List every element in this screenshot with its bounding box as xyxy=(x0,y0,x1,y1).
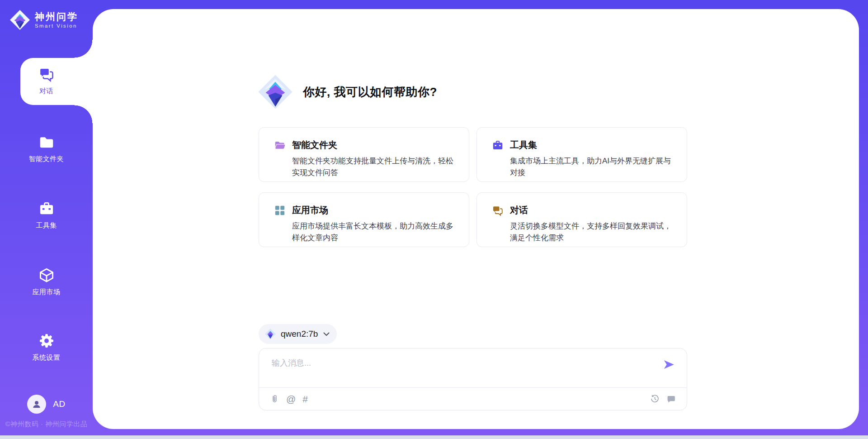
brand-diamond-icon xyxy=(257,73,294,110)
model-selector[interactable]: qwen2:7b xyxy=(259,324,337,344)
greeting-title: 你好, 我可以如何帮助你? xyxy=(303,84,437,100)
sidebar: 神州问学 Smart Vision 对话 智能文件夹 工具集 应用市场 xyxy=(0,0,93,439)
sidebar-item-label: 智能文件夹 xyxy=(29,155,64,163)
sidebar-footer-text: ©神州数码 · 神州问学出品 xyxy=(0,420,93,429)
sidebar-item-app-market[interactable]: 应用市场 xyxy=(0,267,93,296)
sidebar-item-label: 工具集 xyxy=(36,221,57,230)
chat-icon xyxy=(492,205,504,216)
folder-icon xyxy=(38,134,55,150)
sidebar-item-label: 系统设置 xyxy=(33,353,61,362)
sidebar-item-chat[interactable]: 对话 xyxy=(0,66,93,95)
chevron-down-icon xyxy=(323,332,330,336)
history-button[interactable] xyxy=(650,394,660,404)
attach-file-button[interactable] xyxy=(270,394,279,404)
card-chat[interactable]: 对话 灵活切换多模型文件，支持多样回复效果调试，满足个性化需求 xyxy=(476,192,687,247)
sidebar-item-label: 对话 xyxy=(39,87,53,95)
send-button[interactable] xyxy=(663,358,675,371)
card-app-market[interactable]: 应用市场 应用市场提供丰富长文本模板，助力高效生成多样化文章内容 xyxy=(259,192,469,247)
mention-icon[interactable]: @ xyxy=(286,394,296,404)
model-name: qwen2:7b xyxy=(281,329,318,339)
briefcase-icon xyxy=(492,139,504,151)
message-composer: @ # xyxy=(259,348,687,410)
sidebar-item-settings[interactable]: 系统设置 xyxy=(0,333,93,362)
brand-logo: 神州问学 Smart Vision xyxy=(9,9,78,31)
user-name: AD xyxy=(53,399,65,409)
cube-icon xyxy=(38,267,55,283)
sidebar-item-smart-folder[interactable]: 智能文件夹 xyxy=(0,134,93,163)
card-title: 智能文件夹 xyxy=(292,139,337,151)
hashtag-icon[interactable]: # xyxy=(302,394,308,404)
card-title: 应用市场 xyxy=(292,204,328,216)
card-description: 集成市场上主流工具，助力AI与外界无缝扩展与对接 xyxy=(510,155,676,178)
brand-diamond-icon xyxy=(9,9,31,31)
sidebar-item-toolset[interactable]: 工具集 xyxy=(0,200,93,230)
model-diamond-icon xyxy=(264,328,276,340)
message-input[interactable] xyxy=(272,358,647,384)
card-description: 应用市场提供丰富长文本模板，助力高效生成多样化文章内容 xyxy=(292,220,458,243)
main-panel: 你好, 我可以如何帮助你? 智能文件夹 智能文件夹功能支持批量文件上传与清洗，轻… xyxy=(93,9,859,429)
toolbox-icon xyxy=(38,200,55,217)
card-toolset[interactable]: 工具集 集成市场上主流工具，助力AI与外界无缝扩展与对接 xyxy=(476,127,687,182)
brand-subtitle: Smart Vision xyxy=(35,23,78,29)
paperclip-icon xyxy=(270,394,279,404)
card-title: 对话 xyxy=(510,204,528,216)
composer-toolbar: @ # xyxy=(259,388,687,410)
feature-cards: 智能文件夹 智能文件夹功能支持批量文件上传与清洗，轻松实现文件问答 工具集 集成… xyxy=(259,127,687,247)
chat-icon xyxy=(38,66,55,82)
folder-open-icon xyxy=(274,139,286,151)
chat-history-button[interactable] xyxy=(666,394,676,404)
card-title: 工具集 xyxy=(510,139,537,151)
bottom-edge-strip xyxy=(0,435,868,439)
gear-icon xyxy=(38,333,55,349)
card-smart-folder[interactable]: 智能文件夹 智能文件夹功能支持批量文件上传与清洗，轻松实现文件问答 xyxy=(259,127,469,182)
send-icon xyxy=(663,358,675,371)
grid-icon xyxy=(274,205,286,216)
person-icon xyxy=(31,399,42,410)
chat-bubble-icon xyxy=(666,394,676,404)
history-icon xyxy=(650,394,660,404)
greeting-header: 你好, 我可以如何帮助你? xyxy=(257,73,437,110)
card-description: 灵活切换多模型文件，支持多样回复效果调试，满足个性化需求 xyxy=(510,220,676,243)
brand-name: 神州问学 xyxy=(35,11,78,22)
user-account[interactable]: AD xyxy=(0,395,93,414)
avatar xyxy=(27,395,46,414)
sidebar-item-label: 应用市场 xyxy=(33,288,61,296)
card-description: 智能文件夹功能支持批量文件上传与清洗，轻松实现文件问答 xyxy=(292,155,458,178)
